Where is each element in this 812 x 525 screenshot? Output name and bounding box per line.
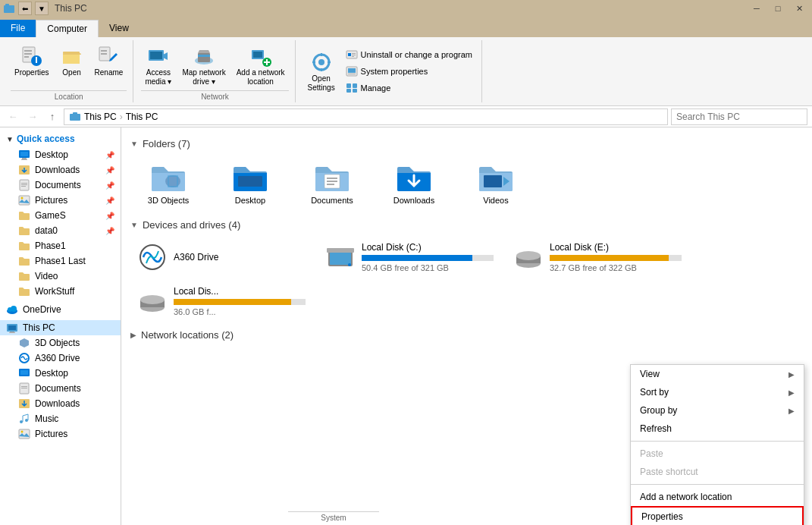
tab-view[interactable]: View [99,20,140,37]
sidebar-label-desktop: Desktop [35,149,68,160]
network-toggle[interactable]: ▶ [130,331,136,339]
a360-drive-icon [137,242,168,272]
drive-c-fill [362,255,472,261]
sidebar-item-desktop2[interactable]: Desktop [0,366,121,381]
breadcrumb[interactable]: This PC › This PC [64,108,668,125]
up-button[interactable]: ↑ [44,108,61,125]
ctx-refresh[interactable]: Refresh [631,420,804,438]
folder-3d-objects[interactable]: 3D Objects [130,157,206,210]
rename-button[interactable]: Rename [91,42,127,89]
pin-icon-data0: 📌 [105,227,114,235]
properties-button[interactable]: Properties [11,42,53,89]
documents2-icon [18,382,30,395]
drive-e[interactable]: Local Disk (E:) 32.7 GB free of 322 GB [506,238,688,276]
manage-button[interactable]: Manage [343,80,475,96]
forward-button[interactable]: → [24,108,41,125]
svg-rect-7 [36,58,37,63]
svg-rect-34 [352,55,356,55]
sidebar-item-pictures2[interactable]: Pictures [0,426,121,442]
svg-rect-33 [352,53,356,54]
devices-section-header[interactable]: ▼ Devices and drives (4) [130,219,803,231]
svg-rect-62 [9,332,15,333]
drive-local3-bar [174,299,306,305]
folder-icon-phase1 [18,240,30,252]
svg-point-70 [20,420,23,423]
quick-access-label: Quick access [17,134,75,144]
folders-section-header[interactable]: ▼ Folders (7) [130,138,803,149]
folder-videos[interactable]: Videos [458,157,534,210]
drive-e-fill [550,255,669,261]
sidebar-item-music[interactable]: Music [0,411,121,426]
sidebar-item-3dobjects[interactable]: 3D Objects [0,335,121,351]
svg-rect-51 [21,183,27,184]
sidebar-label-games: GameS [35,210,66,221]
sidebar-item-desktop[interactable]: Desktop 📌 [0,147,121,162]
access-media-button[interactable]: Accessmedia ▾ [141,42,175,89]
ctx-group[interactable]: Group by ▶ [631,401,804,420]
sidebar-item-downloads[interactable]: Downloads 📌 [0,162,121,178]
sidebar-item-thispc[interactable]: This PC [0,320,121,335]
svg-rect-41 [346,89,351,93]
drive-c[interactable]: Local Disk (C:) 50.4 GB free of 321 GB [318,238,500,276]
back-button[interactable]: ← [5,108,21,125]
ctx-add-network[interactable]: Add a network location [631,488,804,506]
svg-rect-68 [21,388,27,388]
minimize-button[interactable]: ─ [747,2,767,15]
sidebar-item-games[interactable]: GameS 📌 [0,208,121,223]
folder-documents[interactable]: Documents [294,157,370,210]
devices-section-label: Devices and drives (4) [143,219,240,231]
folders-toggle[interactable]: ▼ [130,140,138,148]
sidebar-item-phase1[interactable]: Phase1 [0,238,121,253]
folder-icon-phase1last [18,255,30,267]
manage-label: Manage [361,83,391,93]
open-settings-button[interactable]: OpenSettings [303,48,340,95]
location-group-label: Location [11,90,127,101]
devices-toggle[interactable]: ▼ [130,221,138,229]
svg-point-58 [11,306,17,312]
pin-icon-pic: 📌 [105,196,114,205]
a360-drive-name: A360 Drive [174,252,306,262]
drive-a360[interactable]: A360 Drive [130,238,312,276]
tab-file[interactable]: File [0,20,36,37]
folder-desktop[interactable]: Desktop [212,157,288,210]
svg-point-90 [516,251,541,260]
sidebar-item-downloads2[interactable]: Downloads [0,396,121,411]
ctx-sort[interactable]: Sort by ▶ [631,383,804,401]
sidebar-item-documents[interactable]: Documents 📌 [0,178,121,193]
map-drive-button[interactable]: Map networkdrive ▾ [178,42,229,89]
sidebar-item-onedrive[interactable]: OneDrive [0,302,121,317]
system-properties-button[interactable]: System properties [343,64,475,79]
search-input[interactable] [671,108,807,125]
svg-rect-67 [21,386,27,387]
3dobjects-label: 3D Objects [35,338,80,348]
drive-local3-name: Local Dis... [174,286,306,297]
quick-access-toolbar-btn[interactable]: ⬅ [18,2,32,15]
close-button[interactable]: ✕ [789,2,809,15]
tab-computer[interactable]: Computer [36,20,99,37]
folder-downloads-icon [396,162,432,194]
sidebar-item-workstuff[interactable]: WorkStuff [0,284,121,299]
customize-toolbar-btn[interactable]: ▼ [35,2,49,15]
drive-local3[interactable]: Local Dis... 36.0 GB f... [130,282,312,320]
quick-access-toggle[interactable]: ▼ [6,135,14,143]
sidebar-item-pictures[interactable]: Pictures 📌 [0,193,121,208]
sidebar-item-video[interactable]: Video [0,269,121,284]
sidebar-item-a360[interactable]: A360 Drive [0,351,121,366]
sidebar-item-documents2[interactable]: Documents [0,381,121,396]
open-button[interactable]: Open [56,42,88,89]
add-network-button[interactable]: Add a networklocation [233,42,289,89]
network-section-header[interactable]: ▶ Network locations (2) [130,329,803,341]
sidebar-item-phase1last[interactable]: Phase1 Last [0,253,121,269]
folder-downloads[interactable]: Downloads [376,157,452,210]
drive-e-size: 32.7 GB free of 322 GB [550,263,682,272]
documents-icon [18,179,30,191]
svg-rect-37 [348,68,356,73]
ctx-properties[interactable]: Properties [631,506,804,525]
maximize-button[interactable]: □ [768,2,788,15]
svg-rect-65 [20,370,28,375]
uninstall-button[interactable]: Uninstall or change a program [343,47,475,62]
ctx-view[interactable]: View ▶ [631,365,804,383]
ctx-add-network-label: Add a network location [640,492,732,502]
svg-rect-39 [346,83,351,88]
sidebar-item-data0[interactable]: data0 📌 [0,223,121,238]
